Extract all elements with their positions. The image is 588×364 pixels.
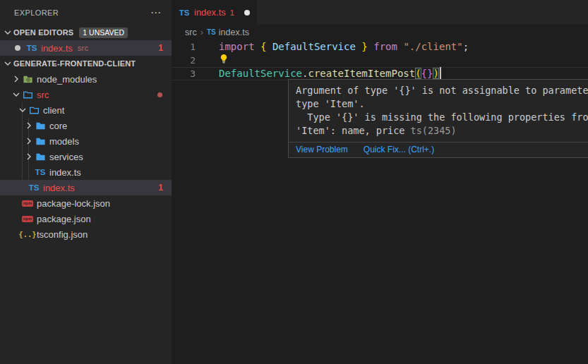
json-icon: {..} [22, 229, 33, 240]
tree-item-services[interactable]: services [0, 149, 172, 164]
tree-item-core[interactable]: core [0, 118, 172, 133]
code-line-content: import { DefaultService } from "./client… [205, 40, 469, 54]
twistie-spacer [17, 182, 28, 193]
chevron-right-icon[interactable] [11, 73, 22, 85]
explorer-panel: EXPLORER ⋯ OPEN EDITORS 1 UNSAVED TS ind… [0, 0, 172, 364]
code-token: createItemItemPost [308, 68, 415, 79]
code-line-1[interactable]: 1import { DefaultService } from "./clien… [172, 40, 588, 54]
typescript-icon: TS [179, 7, 190, 18]
editor-group: TS index.ts 1 src › TS index.ts 1import … [172, 0, 588, 364]
tooltip-text: Type '{}' is missing the following prope… [296, 111, 588, 123]
tooltip-message-line: Argument of type '{}' is not assignable … [296, 84, 588, 97]
tab-label: index.ts [194, 7, 226, 18]
breadcrumb-file-label: index.ts [219, 28, 249, 37]
folder-open-icon [22, 89, 33, 100]
chevron-right-icon[interactable] [23, 120, 35, 131]
tab-index-ts[interactable]: TS index.ts 1 [172, 0, 257, 25]
code-token [368, 41, 373, 52]
error-code: ts(2345) [411, 125, 457, 136]
chevron-down-icon[interactable] [2, 58, 13, 69]
line-number: 3 [172, 67, 205, 80]
chevron-down-icon[interactable] [11, 89, 22, 100]
tab-error-count: 1 [230, 8, 234, 17]
tree-item-package-lock-json[interactable]: npmpackage-lock.json [0, 195, 172, 211]
tree-item-client[interactable]: client [0, 102, 172, 118]
file-tree: node_modulessrcclientcoremodelsservicesT… [0, 71, 172, 242]
breadcrumb-separator: › [200, 27, 203, 37]
line-number: 1 [172, 40, 205, 54]
code-token: DefaultService [272, 41, 356, 52]
lightbulb-icon[interactable] [219, 54, 229, 64]
tooltip-text: type 'Item'. [296, 98, 365, 109]
unsaved-badge: 1 UNSAVED [79, 28, 128, 38]
quick-fix-link[interactable]: Quick Fix... (Ctrl+.) [364, 143, 434, 157]
folder-error-dot-icon [157, 92, 162, 97]
open-editor-file-name: index.ts [41, 43, 73, 54]
tooltip-text: Argument of type '{}' is not assignable … [296, 85, 588, 96]
tab-modified-dot-icon[interactable] [244, 10, 250, 16]
modified-dot-icon[interactable] [15, 45, 20, 51]
code-token: ; [463, 41, 469, 52]
error-tooltip: Argument of type '{}' is not assignable … [288, 79, 588, 158]
tree-item-label: node_modules [37, 74, 97, 85]
tooltip-message-line: 'Item': name, price ts(2345) [296, 124, 588, 138]
view-problem-link[interactable]: View Problem [296, 143, 348, 157]
open-editor-file-description: src [78, 44, 88, 52]
tree-item-label: core [49, 121, 67, 131]
text-cursor [440, 67, 441, 79]
folder-icon [35, 120, 46, 131]
tree-item-label: src [37, 90, 49, 100]
code-token: DefaultService [219, 68, 302, 79]
tree-item-label: index.ts [43, 183, 75, 193]
twistie-spacer [11, 213, 22, 224]
tree-item-node-modules[interactable]: node_modules [0, 71, 172, 87]
section-root-folder[interactable]: GENERATE-FRONTEND-CLIENT [0, 56, 172, 71]
tooltip-message: Argument of type '{}' is not assignable … [289, 80, 588, 142]
breadcrumb-item-file[interactable]: TS index.ts [207, 28, 249, 37]
tree-item-index-ts[interactable]: TSindex.ts1 [0, 180, 172, 195]
code-line-content [205, 54, 229, 67]
chevron-down-icon[interactable] [17, 104, 28, 116]
folder-open-icon [28, 104, 40, 116]
breadcrumb-item-src[interactable]: src [185, 28, 197, 37]
typescript-icon: TS [207, 28, 216, 36]
chevron-right-icon[interactable] [23, 135, 35, 147]
open-editor-item[interactable]: TS index.ts src 1 [0, 40, 172, 56]
tree-item-tsconfig-json[interactable]: {..}tsconfig.json [0, 226, 172, 242]
npm-icon: npm [22, 198, 33, 209]
node-modules-folder-icon [22, 73, 33, 85]
tree-item-models[interactable]: models [0, 133, 172, 149]
typescript-icon: TS [28, 182, 40, 193]
code-token: import [219, 41, 255, 52]
tree-item-label: tsconfig.json [37, 229, 88, 240]
tree-item-label: models [49, 136, 79, 147]
tooltip-message-line: type 'Item'. [296, 97, 588, 111]
code-line-2[interactable]: 2 [172, 54, 588, 67]
code-token [255, 41, 260, 52]
code-editor[interactable]: 1import { DefaultService } from "./clien… [172, 40, 588, 80]
section-open-editors[interactable]: OPEN EDITORS 1 UNSAVED [0, 25, 172, 40]
explorer-header: EXPLORER ⋯ [0, 0, 172, 25]
breadcrumb: src › TS index.ts [172, 25, 588, 40]
code-token: "./client" [403, 41, 462, 52]
error-count-badge: 1 [158, 183, 163, 193]
chevron-right-icon[interactable] [23, 151, 35, 162]
code-token [266, 41, 272, 52]
root-folder-label: GENERATE-FRONTEND-CLIENT [13, 59, 136, 68]
tooltip-text: 'Item': name, price [296, 125, 411, 136]
folder-icon [35, 135, 46, 147]
code-token: from [373, 41, 397, 52]
explorer-title: EXPLORER [14, 8, 59, 17]
error-count-badge: 1 [158, 43, 163, 53]
tree-item-src[interactable]: src [0, 87, 172, 102]
typescript-icon: TS [26, 42, 37, 54]
tooltip-message-line: Type '{}' is missing the following prope… [296, 111, 588, 124]
code-token: ) [433, 68, 438, 79]
tooltip-actions: View ProblemQuick Fix... (Ctrl+.) [289, 142, 588, 157]
chevron-down-icon[interactable] [2, 27, 13, 38]
tree-item-label: package-lock.json [37, 198, 110, 209]
more-actions-icon[interactable]: ⋯ [150, 6, 162, 19]
npm-icon: npm [22, 213, 33, 224]
tree-item-index-ts[interactable]: TSindex.ts [0, 164, 172, 180]
tree-item-package-json[interactable]: npmpackage.json [0, 211, 172, 226]
